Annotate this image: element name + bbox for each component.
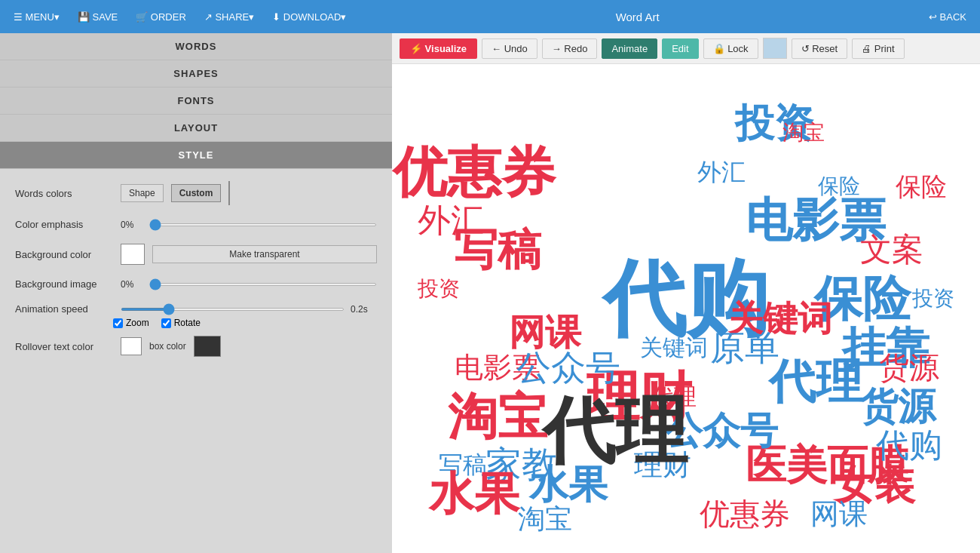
color-emphasis-row: Color emphasis 0% xyxy=(15,219,377,230)
print-button[interactable]: 🖨 Print xyxy=(852,38,904,59)
visualize-button[interactable]: ⚡ Visualize xyxy=(400,38,477,59)
words-colors-label: Words colors xyxy=(15,188,113,199)
background-image-label: Background image xyxy=(15,278,113,290)
word-cloud-word[interactable]: 货源 xyxy=(860,388,936,426)
reset-button[interactable]: ↺ Reset xyxy=(792,38,848,59)
box-color-label: box color xyxy=(149,341,186,352)
order-button[interactable]: 🛒 ORDER xyxy=(130,8,192,26)
word-cloud-word[interactable]: 网课 xyxy=(509,315,581,351)
background-image-slider-container: 0% xyxy=(121,279,377,290)
tab-layout[interactable]: LAYOUT xyxy=(0,115,392,142)
words-colors-row: Words colors Shape Custom xyxy=(15,181,377,205)
rotate-checkbox-label[interactable]: Rotate xyxy=(161,318,201,328)
background-image-row: Background image 0% xyxy=(15,278,377,290)
rollover-color-picker[interactable] xyxy=(121,337,142,355)
color-emphasis-value: 0% xyxy=(121,220,143,230)
background-image-value: 0% xyxy=(121,279,143,290)
word-cloud-word[interactable]: 网课 xyxy=(810,499,868,528)
word-cloud-inner: 代购优惠券投资电影票理财写稿保险代理医美面膜淘宝公众号网课水果关键词货源挂靠外汇… xyxy=(392,64,980,553)
animation-options-row: Zoom Rotate xyxy=(15,318,377,328)
word-cloud-word[interactable]: 保险 xyxy=(896,174,947,199)
word-cloud-word[interactable]: 关键词 xyxy=(640,336,708,359)
word-cloud-word[interactable]: 货源 xyxy=(879,352,939,382)
word-cloud-word[interactable]: 淘宝 xyxy=(782,122,825,143)
background-color-row: Background color Make transparent xyxy=(15,244,377,265)
color-emphasis-slider[interactable] xyxy=(149,223,377,226)
color-emphasis-label: Color emphasis xyxy=(15,219,113,230)
word-cloud-word[interactable]: 文案 xyxy=(860,234,923,266)
save-button[interactable]: 💾 SAVE xyxy=(72,8,124,26)
word-cloud-word[interactable]: 原单 xyxy=(710,330,779,365)
animation-speed-slider[interactable] xyxy=(121,308,345,311)
app-title: Word Art xyxy=(358,11,917,23)
left-panel: WORDS SHAPES FONTS LAYOUT STYLE Words co… xyxy=(0,33,392,553)
back-button[interactable]: ↩ BACK xyxy=(923,8,972,26)
main-layout: WORDS SHAPES FONTS LAYOUT STYLE Words co… xyxy=(0,33,980,553)
nav-tabs: WORDS SHAPES FONTS LAYOUT STYLE xyxy=(0,33,392,169)
background-color-label: Background color xyxy=(15,249,113,260)
tab-words[interactable]: WORDS xyxy=(0,33,392,60)
word-cloud-word[interactable]: 投资 xyxy=(912,288,954,309)
word-cloud-word[interactable]: 外汇 xyxy=(697,160,746,184)
word-cloud-word[interactable]: 保险 xyxy=(818,176,860,197)
word-cloud-word[interactable]: 公众号 xyxy=(516,350,620,385)
shape-button[interactable]: Shape xyxy=(121,184,164,202)
style-panel: Words colors Shape Custom Color emphasis… xyxy=(0,169,392,553)
rotate-checkbox[interactable] xyxy=(161,318,171,328)
zoom-checkbox-label[interactable]: Zoom xyxy=(113,318,149,328)
word-cloud-word[interactable]: 优惠券 xyxy=(700,499,790,529)
color-picker-swatch[interactable] xyxy=(763,38,787,59)
make-transparent-button[interactable]: Make transparent xyxy=(152,245,377,263)
download-button[interactable]: ⬇ DOWNLOAD▾ xyxy=(266,8,352,26)
tab-fonts[interactable]: FONTS xyxy=(0,88,392,115)
top-bar: ☰ MENU▾ 💾 SAVE 🛒 ORDER ↗ SHARE▾ ⬇ DOWNLO… xyxy=(0,0,980,33)
color-swatches[interactable] xyxy=(228,181,230,205)
share-button[interactable]: ↗ SHARE▾ xyxy=(198,8,260,26)
animation-speed-row: Animation speed 0.2s xyxy=(15,303,377,315)
undo-button[interactable]: ← Undo xyxy=(482,38,537,59)
word-cloud-word[interactable]: 水果 xyxy=(429,472,519,517)
rollover-color-row: Rollover text color box color xyxy=(15,336,377,357)
background-color-picker[interactable] xyxy=(121,244,145,265)
word-cloud-word[interactable]: 投资 xyxy=(418,278,460,300)
word-cloud-word[interactable]: 淘宝 xyxy=(518,505,572,533)
word-cloud-word[interactable]: 外汇 xyxy=(418,204,484,237)
animation-speed-value: 0.2s xyxy=(351,304,377,315)
word-cloud[interactable]: 代购优惠券投资电影票理财写稿保险代理医美面膜淘宝公众号网课水果关键词货源挂靠外汇… xyxy=(392,64,980,553)
rollover-text-label: Rollover text color xyxy=(15,341,113,352)
custom-button[interactable]: Custom xyxy=(171,184,222,202)
word-cloud-word[interactable]: 代购 xyxy=(876,429,942,462)
box-color-picker[interactable] xyxy=(194,336,221,357)
lock-button[interactable]: 🔒 Lock xyxy=(703,38,758,59)
word-cloud-word[interactable]: 代理 xyxy=(543,395,688,467)
color-emphasis-slider-container: 0% xyxy=(121,220,377,230)
tab-shapes[interactable]: SHAPES xyxy=(0,60,392,88)
tab-style[interactable]: STYLE xyxy=(0,142,392,169)
rotate-label: Rotate xyxy=(174,318,201,328)
animation-speed-label: Animation speed xyxy=(15,303,113,315)
redo-button[interactable]: → Redo xyxy=(542,38,598,59)
animate-button[interactable]: Animate xyxy=(602,38,657,59)
zoom-checkbox[interactable] xyxy=(113,318,123,328)
animation-speed-slider-container: 0.2s xyxy=(121,304,377,315)
background-image-slider[interactable] xyxy=(149,283,377,286)
menu-button[interactable]: ☰ MENU▾ xyxy=(8,8,66,26)
zoom-label: Zoom xyxy=(126,318,149,328)
word-cloud-word[interactable]: 淘宝 xyxy=(448,392,547,441)
right-panel: ⚡ Visualize ← Undo → Redo Animate Edit 🔒… xyxy=(392,33,980,553)
word-cloud-word[interactable]: 优惠券 xyxy=(393,145,556,199)
toolbar: ⚡ Visualize ← Undo → Redo Animate Edit 🔒… xyxy=(392,33,980,64)
edit-button[interactable]: Edit xyxy=(662,38,698,59)
